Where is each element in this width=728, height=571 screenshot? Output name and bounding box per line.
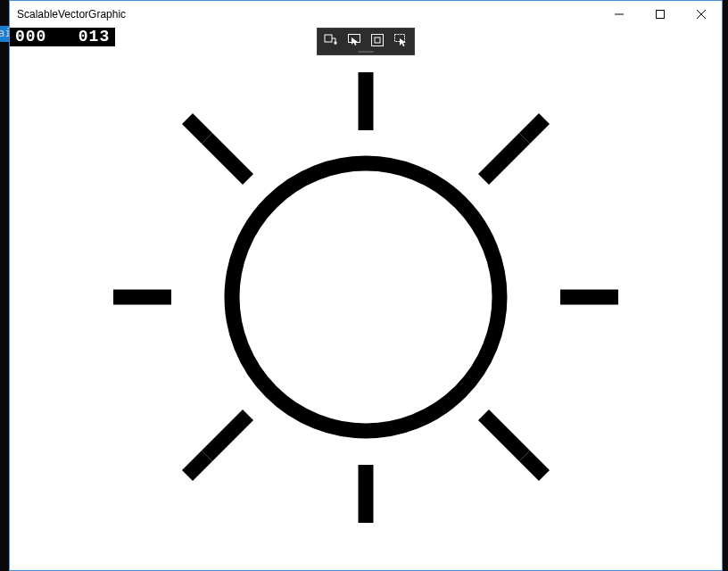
svg-line-22 xyxy=(187,456,207,476)
background-panel-right xyxy=(723,0,728,571)
window-controls xyxy=(599,1,722,28)
svg-line-20 xyxy=(484,138,525,179)
maximize-button[interactable] xyxy=(640,1,681,27)
background-panel-left: ai xyxy=(0,0,9,571)
title-bar[interactable]: ScalableVectorGraphic xyxy=(10,1,722,28)
svg-line-24 xyxy=(484,415,525,456)
svg-rect-1 xyxy=(657,10,665,18)
svg-line-25 xyxy=(525,456,544,476)
minimize-button[interactable] xyxy=(599,1,640,27)
svg-line-18 xyxy=(187,119,207,138)
svg-line-21 xyxy=(525,119,544,138)
window-title: ScalableVectorGraphic xyxy=(17,8,599,21)
app-window: ScalableVectorGraphic 000 013 xyxy=(9,0,723,571)
sun-icon xyxy=(10,28,722,570)
close-button[interactable] xyxy=(681,1,722,27)
svg-line-19 xyxy=(207,138,248,179)
client-area: 000 013 xyxy=(10,28,722,570)
svg-point-13 xyxy=(232,163,500,431)
svg-line-23 xyxy=(207,415,248,456)
